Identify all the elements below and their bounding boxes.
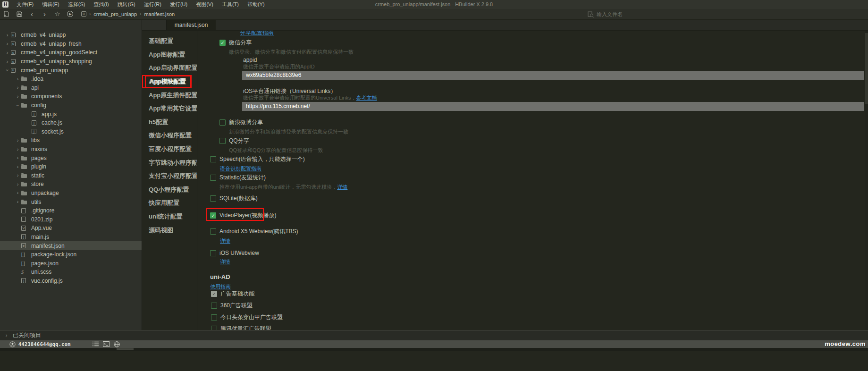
tree-item-unpackage[interactable]: ›unpackage [0, 189, 142, 198]
outline-list-icon[interactable] [93, 341, 99, 347]
tree-item-app.js[interactable]: japp.js [0, 110, 142, 118]
tree-item-utils[interactable]: ›utils [0, 197, 142, 206]
tree-item-components[interactable]: ›components [0, 92, 142, 101]
chevron-right-icon[interactable]: › [14, 76, 21, 82]
tree-item-plugin[interactable]: ›plugin [0, 162, 142, 171]
tree-item-app.vue[interactable]: VApp.vue [0, 224, 142, 233]
editor-scrollbar[interactable] [865, 31, 868, 350]
config-menu-item-c8[interactable]: 微信小程序配置 [142, 129, 197, 143]
tree-item-socket.js[interactable]: jsocket.js [0, 127, 142, 136]
menu-item-v[interactable]: 视图(V) [192, 0, 218, 9]
menu-item-t[interactable]: 工具(T) [218, 0, 243, 9]
chevron-right-icon[interactable]: › [3, 333, 10, 338]
appid-field-input[interactable]: wx69a5bfe28c8b39e6 [242, 71, 864, 80]
new-file-icon[interactable] [0, 9, 13, 19]
config-menu-item-c0[interactable]: 基础配置 [142, 34, 197, 48]
chevron-right-icon[interactable]: › [14, 94, 21, 99]
back-icon[interactable]: ‹ [25, 9, 38, 19]
chevron-down-icon[interactable]: › [5, 67, 10, 74]
universal-links-field-input[interactable]: https://pro.115.crmeb.net/ [242, 102, 864, 111]
breadcrumb-project[interactable]: crmeb_pro_uniapp [93, 11, 137, 17]
save-icon[interactable] [13, 9, 25, 19]
terminal-icon[interactable] [103, 341, 110, 347]
tree-item-uni.scss[interactable]: Suni.scss [0, 268, 142, 277]
star-icon[interactable]: ☆ [51, 9, 64, 19]
config-menu-item-app[interactable]: App图标配置 [142, 48, 197, 62]
weibo-share-checkbox[interactable] [219, 119, 226, 126]
user-icon[interactable] [9, 341, 16, 347]
editor-scrollbar-thumb[interactable] [865, 33, 868, 104]
chevron-right-icon[interactable]: › [4, 50, 11, 55]
ad-base-checkbox[interactable]: ✓ [211, 291, 217, 297]
config-menu-item-c9[interactable]: 百度小程序配置 [142, 143, 197, 156]
forward-icon[interactable]: › [38, 9, 51, 19]
chevron-right-icon[interactable]: › [14, 190, 21, 195]
tree-item-.idea[interactable]: ›.idea [0, 75, 142, 84]
tree-item-config[interactable]: ›config [0, 101, 142, 110]
tree-item-static[interactable]: ›static [0, 171, 142, 180]
ad-chuanshanjia-checkbox[interactable] [211, 314, 217, 320]
speech-link[interactable]: 语音识别配置指南 [220, 166, 261, 171]
statistic-checkbox[interactable] [210, 175, 216, 181]
chevron-right-icon[interactable]: › [4, 33, 11, 38]
tree-item-main.js[interactable]: jmain.js [0, 233, 142, 242]
tree-item-crmeb_v4_uniapp_shopping[interactable]: ›ucrmeb_v4_uniapp_shopping [0, 57, 142, 66]
tree-item-api[interactable]: ›api [0, 84, 142, 93]
config-menu-item-c11[interactable]: 支付宝小程序配置 [142, 169, 197, 183]
config-menu-item-app[interactable]: App权限配置 [142, 75, 197, 89]
chevron-right-icon[interactable]: › [14, 85, 21, 90]
config-menu-item-app[interactable]: App原生插件配置 [142, 88, 197, 102]
chevron-right-icon[interactable]: › [14, 138, 21, 143]
closed-projects-bar[interactable]: › 已关闭项目 [0, 330, 868, 340]
tree-item-mixins[interactable]: ›mixins [0, 145, 142, 154]
menu-item-e[interactable]: 编辑(E) [38, 0, 64, 9]
menu-item-i[interactable]: 查找(I) [89, 0, 113, 9]
share-guide-link[interactable]: 分享配置指南 [240, 31, 274, 36]
chevron-down-icon[interactable]: › [15, 102, 20, 109]
tree-item-pages.json[interactable]: [ ]pages.json [0, 259, 142, 268]
ad-360-checkbox[interactable] [211, 303, 217, 309]
config-menu-item-app[interactable]: App常用其它设置 [142, 102, 197, 116]
menu-item-y[interactable]: 帮助(Y) [243, 0, 269, 9]
ios-uiwebview-link[interactable]: 详情 [220, 259, 230, 264]
tree-item-libs[interactable]: ›libs [0, 136, 142, 145]
config-menu-item-c15[interactable]: 源码视图 [142, 223, 197, 237]
tree-item-0201.zip[interactable]: 0201.zip [0, 215, 142, 224]
universal-links-field-doc-link[interactable]: 参考文档 [356, 95, 377, 101]
videoplayer-checkbox[interactable]: ✓ [210, 212, 216, 219]
run-icon[interactable]: ▶ [64, 9, 76, 19]
tree-item-crmeb_pro_uniapp[interactable]: ›ucrmeb_pro_uniapp [0, 66, 142, 75]
uni-ad-guide-link[interactable]: 使用指南 [210, 284, 231, 289]
menu-item-u[interactable]: 发行(U) [166, 0, 192, 9]
qq-share-checkbox[interactable] [219, 138, 226, 144]
config-menu-item-c10[interactable]: 字节跳动小程序配置 [142, 156, 197, 169]
tree-item-vue.config.js[interactable]: jvue.config.js [0, 277, 142, 286]
tree-item-manifest.json[interactable]: emanifest.json [0, 241, 142, 250]
tree-item-crmeb_v4_uniapp[interactable]: ›ucrmeb_v4_uniapp [0, 31, 142, 40]
speech-checkbox[interactable] [210, 156, 216, 162]
chevron-right-icon[interactable]: › [14, 147, 21, 152]
tree-item-cache.js[interactable]: jcache.js [0, 118, 142, 127]
sqlite-checkbox[interactable] [210, 195, 216, 202]
android-x5-webview-checkbox[interactable] [210, 228, 216, 235]
tree-item-package-lock.json[interactable]: [ ]package-lock.json [0, 250, 142, 259]
wechat-share-checkbox[interactable]: ✓ [219, 40, 226, 46]
menu-item-f[interactable]: 文件(F) [12, 0, 38, 9]
tree-item-.gitignore[interactable]: .gitignore [0, 206, 142, 215]
horizontal-scrollbar-thumb[interactable] [117, 348, 134, 350]
account-email[interactable]: 4423846644@qq.com [18, 342, 71, 347]
chevron-right-icon[interactable]: › [4, 41, 11, 46]
config-menu-item-app[interactable]: App启动界面配置 [142, 61, 197, 75]
menu-item-r[interactable]: 运行(R) [140, 0, 166, 9]
horizontal-scrollbar[interactable] [0, 348, 868, 351]
android-x5-webview-link[interactable]: 详情 [220, 238, 230, 244]
chevron-right-icon[interactable]: › [14, 182, 21, 187]
tree-item-pages[interactable]: ›pages [0, 153, 142, 162]
tree-item-crmeb_v4_uniapp_fresh[interactable]: ›ucrmeb_v4_uniapp_fresh [0, 40, 142, 49]
tree-item-crmeb_v4_uniapp_goodselect[interactable]: ›ucrmeb_v4_uniapp_goodSelect [0, 48, 142, 57]
menu-item-g[interactable]: 跳转(G) [113, 0, 140, 9]
config-menu-item-qq[interactable]: QQ小程序配置 [142, 183, 197, 197]
chevron-right-icon[interactable]: › [14, 199, 21, 204]
menu-item-s[interactable]: 选择(S) [64, 0, 90, 9]
config-menu-item-c13[interactable]: 快应用配置 [142, 196, 197, 210]
